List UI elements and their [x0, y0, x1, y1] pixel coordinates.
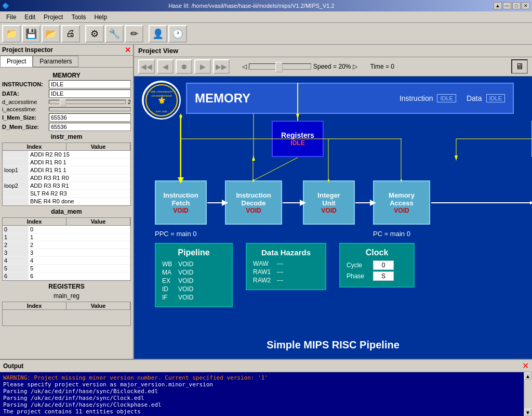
pv-btn-3[interactable]: ⏺ — [176, 59, 192, 74]
speed-slider[interactable] — [249, 63, 311, 70]
toolbar-open[interactable]: 📁 — [2, 25, 21, 43]
pv-btn-2[interactable]: ◀ — [157, 59, 174, 74]
edinburgh-logo: THE UNIVERSITY OF EDINBURGH ⚜ EST. 1583 — [142, 81, 181, 120]
instr-mem-table: Index Value ADDI R2 R0 15ADDI R1 R0 1loo… — [2, 142, 131, 206]
titlebar-controls: ▲ — □ ✕ — [494, 2, 530, 9]
data-idle-badge: IDLE — [486, 94, 505, 102]
pv-btn-4[interactable]: ▶ — [194, 59, 211, 74]
toolbar-edit[interactable]: ✏ — [125, 25, 143, 43]
time-display: Time = 0 — [370, 63, 394, 70]
l-mem-size-field: I_Mem_Size: 65536 — [2, 113, 131, 122]
output-content: WARNING: Project missing minor version n… — [0, 372, 524, 416]
close-button[interactable]: ✕ — [522, 2, 530, 9]
l-mem-size-value: 65536 — [49, 113, 131, 122]
titlebar: 🔷 Hase III: /home/vvasil/hase/hase-iii/m… — [0, 0, 532, 11]
hazards-box: Data Hazards WAW---RAW1---RAW2--- — [246, 243, 326, 290]
hazards-rows: WAW---RAW1---RAW2--- — [253, 260, 319, 284]
ps-value: VOID — [178, 294, 193, 301]
memory-access-box: MemoryAccess VOID — [373, 180, 430, 225]
inspector-content: MEMORY INSTRUCTION: IDLE DATA: IDLE d_ac… — [0, 68, 133, 359]
inspector-header: Project Inspector ✕ — [0, 45, 133, 56]
d-accesstime-value: 2 — [128, 99, 131, 105]
menu-file[interactable]: File — [2, 12, 20, 22]
pv-btn-1[interactable]: ◀◀ — [138, 59, 155, 74]
registers-table: Index Value — [2, 302, 131, 326]
minimize-button[interactable]: ▲ — [494, 2, 502, 9]
output-line: Parsing /uk/ac/ed/inf/hase/sync/Clockpha… — [3, 401, 521, 408]
inspector-close-button[interactable]: ✕ — [125, 46, 131, 54]
d-accesstime-slider[interactable] — [49, 100, 126, 104]
instr-mem-col-index: Index — [3, 143, 66, 150]
pipeline-status-row: IDVOID — [162, 285, 225, 293]
instr-mem-header: Index Value — [3, 143, 130, 151]
ps-label: IF — [162, 294, 175, 301]
project-view: Project View ◀◀ ◀ ⏺ ▶ ▶▶ ◁ Speed = 20% ▷… — [134, 45, 532, 359]
svg-marker-34 — [530, 201, 532, 204]
ps-label: ID — [162, 285, 175, 293]
toolbar-user[interactable]: 👤 — [149, 25, 167, 43]
instr-mem-col-value: Value — [66, 143, 130, 150]
toolbar-print[interactable]: 🖨 — [61, 25, 80, 43]
pipeline-status-row: EXVOID — [162, 277, 225, 284]
instruction-field: INSTRUCTION: IDLE — [2, 80, 131, 88]
pipeline-rows: WBVOIDMAVOIDEXVOIDIDVOIDIFVOID — [162, 261, 225, 301]
scroll-down-button[interactable]: ▼ — [524, 409, 531, 416]
pv-btn-5[interactable]: ▶▶ — [213, 59, 230, 74]
toolbar-settings[interactable]: ⚙ — [85, 25, 104, 43]
data-mem-scroll[interactable]: 00112233445566 — [3, 226, 130, 280]
d-accesstime-row: d_accesstime 2 — [2, 99, 131, 105]
data-field: DATA: IDLE — [2, 89, 131, 98]
svg-text:THE UNIVERSITY: THE UNIVERSITY — [150, 90, 173, 93]
menu-tools[interactable]: Tools — [67, 12, 90, 22]
d-mem-size-value: 65536 — [49, 123, 131, 131]
list-item: ADDI R2 R0 15 — [3, 151, 130, 159]
data-mem-col-value: Value — [66, 218, 130, 225]
memory-section-title: MEMORY — [2, 72, 131, 79]
speed-label: Speed = 20% — [313, 63, 351, 70]
output-line: Please specify project version as major_… — [3, 381, 521, 388]
integer-unit-box: IntegerUnit VOID — [303, 180, 355, 225]
tab-parameters[interactable]: Parameters — [33, 56, 78, 67]
maximize-button[interactable]: □ — [512, 2, 521, 9]
svg-text:EST. 1583: EST. 1583 — [156, 110, 167, 113]
menu-edit[interactable]: Edit — [20, 12, 39, 22]
svg-marker-16 — [179, 115, 182, 121]
output-scrollbar[interactable]: ▲ ▼ — [524, 372, 532, 416]
registers-idle-label: IDLE — [290, 139, 304, 147]
toolbar-clock[interactable]: 🕐 — [168, 25, 187, 43]
data-value: IDLE — [49, 89, 131, 98]
scroll-up-button[interactable]: ▲ — [524, 372, 531, 380]
toolbar-save[interactable]: 💾 — [22, 25, 41, 43]
data-mem-table: Index Value 00112233445566 — [2, 217, 131, 281]
toolbar-tools[interactable]: 🔧 — [105, 25, 124, 43]
clock-title: Clock — [347, 248, 407, 257]
list-item: ADDI R1 R0 1 — [3, 159, 130, 166]
svg-marker-32 — [455, 155, 458, 161]
toolbar-folder[interactable]: 📂 — [42, 25, 60, 43]
speed-control: ◁ Speed = 20% ▷ — [242, 63, 357, 70]
instr-mem-scroll[interactable]: ADDI R2 R0 15ADDI R1 R0 1loop1ADDI R1 R1… — [3, 151, 130, 205]
data-section-label: Data — [467, 94, 482, 102]
output-line: Parsing /uk/ac/ed/inf/hase/sync/Biclocke… — [3, 388, 521, 395]
project-inspector: Project Inspector ✕ Project Parameters M… — [0, 45, 134, 359]
registers-scroll[interactable] — [3, 310, 130, 326]
ma-title: MemoryAccess — [389, 191, 415, 207]
menu-help[interactable]: Help — [90, 12, 111, 22]
output-close-button[interactable]: ✕ — [522, 361, 529, 371]
pc-label: PC = main 0 — [373, 230, 410, 238]
clock-phase-value[interactable]: S — [373, 271, 394, 281]
list-item: SLT R4 R2 R3 — [3, 190, 130, 198]
d-mem-size-field: D_Mem_Size: 65536 — [2, 123, 131, 131]
hz-value: --- — [277, 260, 283, 267]
instruction-label: INSTRUCTION: — [2, 81, 49, 87]
i-accesstime-slider[interactable] — [49, 107, 131, 111]
output-line: The project contains 11 entities objects — [3, 408, 521, 415]
clock-cycle-value[interactable]: 0 — [373, 261, 394, 270]
clock-phase-label: Phase — [347, 272, 370, 280]
menu-project[interactable]: Project — [39, 12, 67, 22]
output-title: Output — [3, 362, 23, 370]
monitor-icon[interactable]: 🖥 — [511, 59, 528, 74]
hz-label: RAW2 — [253, 277, 274, 284]
minimize-button2[interactable]: — — [503, 2, 511, 9]
tab-project[interactable]: Project — [0, 56, 33, 67]
